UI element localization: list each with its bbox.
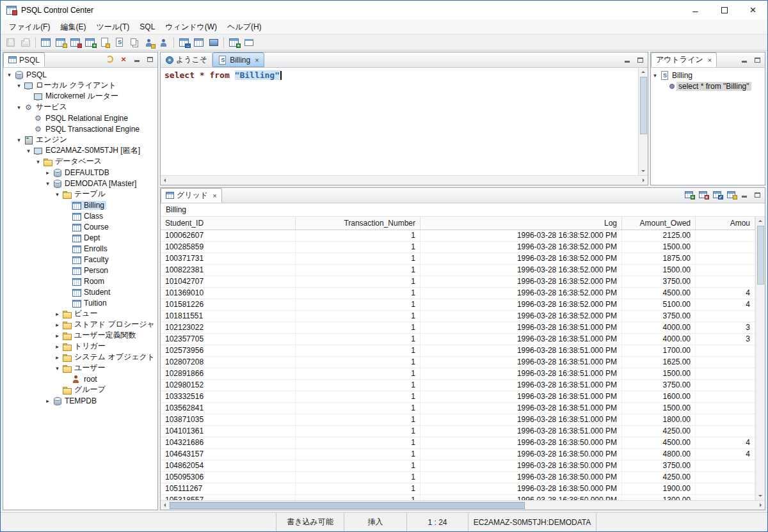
column-header-transaction-number[interactable]: Transaction_Number	[296, 217, 420, 230]
tree-item-ec2amaz-s0m5tjh[interactable]: ▾EC2AMAZ-S0M5TJH [匿名]	[3, 145, 157, 156]
sql-document-button[interactable]	[112, 35, 127, 49]
collapse-arrow-icon[interactable]: ▾	[53, 365, 61, 372]
tree-item-item[interactable]: グループ	[3, 384, 157, 395]
table-row[interactable]: 10104270711996-03-28 16:38:52.000 PM3750…	[161, 276, 755, 288]
table-row[interactable]: 10289186611996-03-28 16:38:51.000 PM1500…	[161, 368, 755, 380]
table-row[interactable]: 10212302211996-03-28 16:38:51.000 PM4000…	[161, 322, 755, 334]
outline-statement-item[interactable]: select * from "Billing"	[651, 81, 765, 91]
collapse-arrow-icon[interactable]: ▾	[5, 72, 13, 78]
tree-item-root[interactable]: root	[3, 373, 157, 384]
tree-item-item[interactable]: ▾データベース	[3, 156, 157, 167]
table-check-button[interactable]	[68, 35, 83, 49]
grid-horizontal-scrollbar[interactable]	[161, 500, 765, 510]
table-row[interactable]: 10006260711996-03-28 16:38:52.000 PM2125…	[161, 230, 755, 242]
scrollbar-thumb[interactable]	[757, 226, 764, 285]
collapse-arrow-icon[interactable]: ▾	[24, 148, 33, 154]
tree-item-microkernel[interactable]: Microkernel ルーター	[3, 91, 157, 102]
table-row[interactable]: 10136901011996-03-28 16:38:52.000 PM4500…	[161, 288, 755, 299]
menu-item-5[interactable]: ヘルプ(H)	[222, 20, 267, 35]
tree-item-course[interactable]: Course	[3, 221, 157, 232]
outline-root-item[interactable]: ▾ Billing	[651, 70, 765, 81]
tree-item-defaultdb[interactable]: ▸DEFAULTDB	[3, 167, 157, 178]
window-maximize-button[interactable]	[710, 1, 739, 20]
tree-item-student[interactable]: Student	[3, 286, 157, 297]
refresh-tree-button[interactable]	[104, 54, 115, 65]
tree-item-item[interactable]: ▸システム オブジェクト	[3, 352, 157, 363]
new-table-button[interactable]: +	[83, 35, 97, 49]
collapse-arrow-icon[interactable]: ▾	[651, 72, 659, 79]
table-row[interactable]: 10257395611996-03-28 16:38:51.000 PM1700…	[161, 345, 755, 357]
menu-item-1[interactable]: 編集(E)	[55, 20, 91, 35]
menu-item-0[interactable]: ファイル(F)	[4, 20, 55, 35]
table-row[interactable]: 10037173111996-03-28 16:38:52.000 PM1875…	[161, 253, 755, 265]
users-button[interactable]	[156, 35, 171, 49]
scroll-left-icon[interactable]	[161, 501, 169, 510]
tab-billing[interactable]: Billing ×	[212, 52, 264, 67]
tree-item-person[interactable]: Person	[3, 265, 157, 276]
tree-item-item[interactable]: ▾⚙サービス	[3, 102, 157, 113]
table-row[interactable]: 10464315711996-03-28 16:38:50.000 PM4800…	[161, 449, 755, 460]
tab-grid[interactable]: グリッド ×	[161, 188, 222, 203]
insert-record-button[interactable]: +	[683, 189, 694, 200]
scroll-right-icon[interactable]	[756, 501, 765, 510]
minimize-grid-button[interactable]	[739, 190, 749, 199]
scrollbar-thumb[interactable]	[170, 502, 525, 509]
delete-record-button[interactable]: ×	[697, 189, 708, 200]
expand-arrow-icon[interactable]: ▸	[53, 311, 61, 317]
new-window-button[interactable]	[241, 35, 256, 49]
scroll-up-icon[interactable]	[639, 68, 648, 76]
close-grid-icon[interactable]: ×	[212, 192, 216, 199]
sql-editor-button[interactable]	[97, 35, 112, 49]
window-minimize-button[interactable]: –	[681, 1, 710, 20]
menu-item-3[interactable]: SQL	[134, 20, 160, 33]
expand-arrow-icon[interactable]: ▸	[53, 332, 61, 339]
collapse-arrow-icon[interactable]: ▾	[34, 159, 42, 165]
table-row[interactable]: 10235770511996-03-28 16:38:51.000 PM4000…	[161, 334, 755, 345]
menu-item-2[interactable]: ツール(T)	[91, 20, 134, 35]
tree-item-tempdb[interactable]: ▸TEMPDB	[3, 395, 157, 406]
maximize-tree-button[interactable]	[145, 54, 155, 64]
scroll-right-icon[interactable]	[639, 176, 648, 185]
export-data-button[interactable]: →	[177, 35, 191, 49]
tree-item-item[interactable]: ▾テーブル	[3, 189, 157, 199]
maximize-grid-button[interactable]	[752, 190, 762, 199]
table-row[interactable]: 10486205411996-03-28 16:38:50.000 PM3750…	[161, 460, 755, 472]
tree-item-room[interactable]: Room	[3, 276, 157, 286]
tree-item-enrolls[interactable]: Enrolls	[3, 243, 157, 254]
tree-item-item[interactable]: ▸ユーザー定義関数	[3, 330, 157, 341]
table-row[interactable]: 10028585911996-03-28 16:38:52.000 PM1500…	[161, 242, 755, 253]
window-close-button[interactable]: ×	[739, 1, 767, 20]
table-row[interactable]: 10511126711996-03-28 16:38:50.000 PM1900…	[161, 483, 755, 495]
scrollbar-thumb[interactable]	[640, 77, 647, 134]
apply-changes-button[interactable]: ✓	[711, 189, 723, 200]
table-row[interactable]: 10158122611996-03-28 16:38:52.000 PM5100…	[161, 299, 755, 311]
table-row[interactable]: 10181155111996-03-28 16:38:52.000 PM3750…	[161, 311, 755, 322]
column-header-amount-owed[interactable]: Amount_Owed	[622, 217, 696, 230]
tree-item-tuition[interactable]: Tuition	[3, 297, 157, 308]
refresh-grid-button[interactable]	[725, 189, 737, 200]
scroll-down-icon[interactable]	[756, 492, 765, 500]
tree-item-psql-transactional-engine[interactable]: ⚙PSQL Transactional Engine	[3, 123, 157, 134]
print-button[interactable]	[18, 35, 33, 49]
editor-horizontal-scrollbar[interactable]	[161, 175, 648, 185]
scroll-left-icon[interactable]	[161, 176, 169, 185]
editor-vertical-scrollbar[interactable]	[638, 68, 648, 175]
tree-item-psql[interactable]: ▾PSQL	[3, 69, 157, 80]
collapse-arrow-icon[interactable]: ▾	[15, 104, 23, 111]
stop-button[interactable]: ×	[118, 54, 129, 65]
table-row[interactable]: 10432168611996-03-28 16:38:50.000 PM4500…	[161, 437, 755, 449]
collapse-arrow-icon[interactable]: ▾	[15, 82, 23, 89]
tree-item-demodata-master[interactable]: ▾DEMODATA [Master]	[3, 178, 157, 189]
tree-item-class[interactable]: Class	[3, 210, 157, 221]
expand-arrow-icon[interactable]: ▸	[44, 169, 52, 176]
tree-item-item[interactable]: ▸ビュー	[3, 308, 157, 319]
expand-arrow-icon[interactable]: ▸	[53, 354, 61, 361]
save-button[interactable]	[3, 35, 18, 49]
table-row[interactable]: 10333251611996-03-28 16:38:51.000 PM1600…	[161, 391, 755, 403]
minimize-outline-button[interactable]	[739, 55, 749, 65]
collapse-arrow-icon[interactable]: ▾	[15, 137, 23, 143]
column-header-log[interactable]: Log	[420, 217, 622, 230]
minimize-tree-button[interactable]	[132, 54, 142, 64]
collapse-arrow-icon[interactable]: ▾	[53, 191, 61, 198]
tab-outline[interactable]: アウトライン ×	[651, 52, 717, 67]
